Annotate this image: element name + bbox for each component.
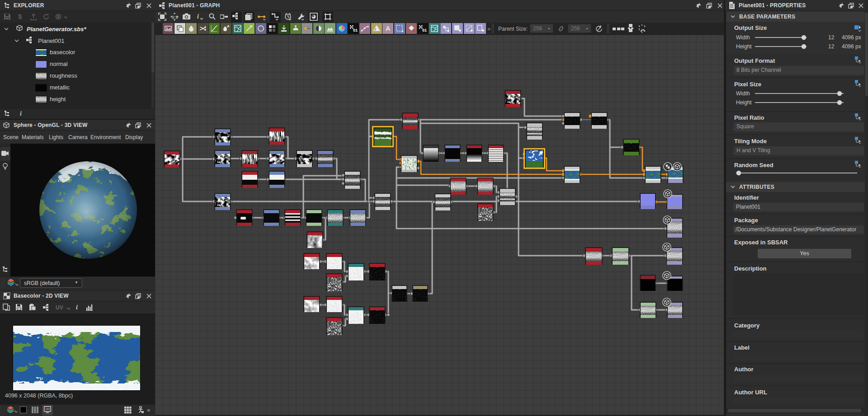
svg-text:i: i <box>20 110 22 117</box>
svg-text:i: i <box>76 304 78 311</box>
svg-text:$: $ <box>18 13 22 20</box>
